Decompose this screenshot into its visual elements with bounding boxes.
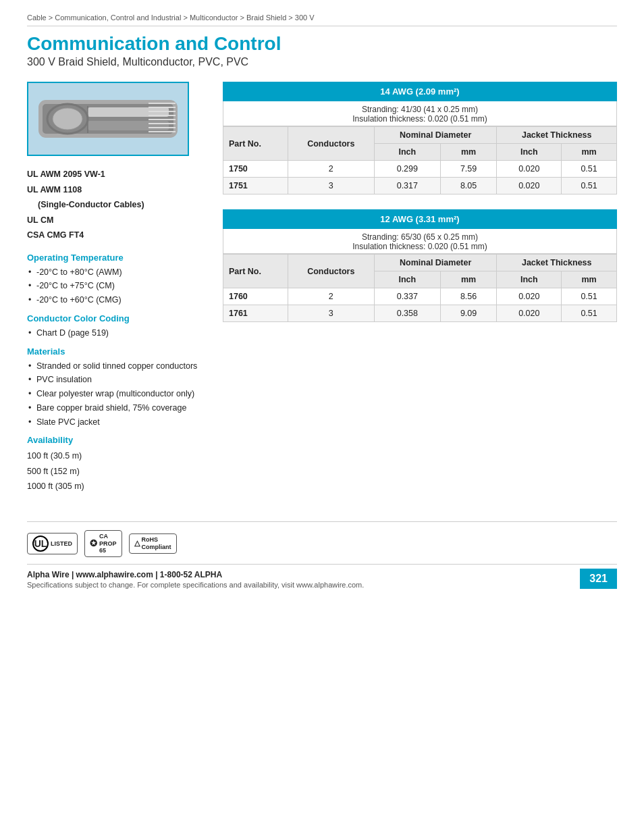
right-column: 14 AWG (2.09 mm²) Stranding: 41/30 (41 x…	[223, 82, 617, 494]
th-nom-mm: mm	[440, 271, 497, 288]
list-item: Chart D (page 519)	[27, 327, 203, 340]
th-nom-mm: mm	[440, 144, 497, 161]
operating-temp-list: -20°C to +80°C (AWM) -20°C to +75°C (CM)…	[27, 266, 203, 307]
list-item: -20°C to +80°C (AWM)	[27, 266, 203, 279]
conductor-color-title: Conductor Color Coding	[27, 313, 203, 323]
table-12awg-stranding: Stranding: 65/30 (65 x 0.25 mm) Insulati…	[223, 229, 617, 254]
svg-point-14	[53, 108, 82, 130]
page-title: Communication and Control	[27, 33, 617, 55]
th-jkt-inch: Inch	[497, 271, 562, 288]
list-item: Stranded or solid tinned copper conducto…	[27, 360, 203, 373]
availability-title: Availability	[27, 435, 203, 445]
left-column: UL AWM 2095 VW-1 UL AWM 1108 (Single-Con…	[27, 82, 203, 494]
list-item: Slate PVC jacket	[27, 416, 203, 429]
breadcrumb: Cable > Communication, Control and Indus…	[27, 14, 617, 26]
list-item: PVC insulation	[27, 373, 203, 386]
materials-title: Materials	[27, 346, 203, 357]
table-row: 1750 2 0.299 7.59 0.020 0.51	[223, 161, 617, 178]
footer-company: Alpha Wire | www.alphawire.com | 1-800-5…	[27, 570, 617, 579]
ul-listed-logo: UL LISTED	[27, 533, 78, 554]
certifications: UL AWM 2095 VW-1 UL AWM 1108 (Single-Con…	[27, 167, 203, 243]
table-14awg-header: 14 AWG (2.09 mm²)	[223, 82, 617, 101]
page-number: 321	[580, 569, 617, 589]
th-jacket-thickness: Jacket Thickness	[497, 255, 617, 271]
materials-list: Stranded or solid tinned copper conducto…	[27, 360, 203, 429]
footer-logos: UL LISTED ✪ CAPROP65 △ RoHSCompliant	[27, 521, 617, 557]
th-jkt-inch: Inch	[497, 144, 562, 161]
th-jacket-thickness: Jacket Thickness	[497, 127, 617, 144]
data-table-14awg: Part No. Conductors Nominal Diameter Jac…	[223, 126, 617, 194]
conductor-color-list: Chart D (page 519)	[27, 327, 203, 340]
table-12awg: 12 AWG (3.31 mm²) Stranding: 65/30 (65 x…	[223, 209, 617, 322]
th-jkt-mm: mm	[562, 144, 617, 161]
list-item: Bare copper braid shield, 75% coverage	[27, 402, 203, 415]
cable-image	[27, 82, 189, 156]
table-row: 1761 3 0.358 9.09 0.020 0.51	[223, 305, 617, 322]
table-row: 1751 3 0.317 8.05 0.020 0.51	[223, 178, 617, 194]
th-nominal-diameter: Nominal Diameter	[374, 255, 497, 271]
table-14awg: 14 AWG (2.09 mm²) Stranding: 41/30 (41 x…	[223, 82, 617, 194]
table-12awg-header: 12 AWG (3.31 mm²)	[223, 209, 617, 229]
operating-temp-title: Operating Temperature	[27, 253, 203, 263]
table-14awg-stranding: Stranding: 41/30 (41 x 0.25 mm) Insulati…	[223, 101, 617, 126]
th-jkt-mm: mm	[562, 271, 617, 288]
list-item: Clear polyester wrap (multiconductor onl…	[27, 388, 203, 400]
rohs-logo: △ RoHSCompliant	[129, 533, 177, 554]
footer-bar: Alpha Wire | www.alphawire.com | 1-800-5…	[27, 564, 617, 589]
availability-text: 100 ft (30.5 m) 500 ft (152 m) 1000 ft (…	[27, 448, 203, 494]
page-subtitle: 300 V Braid Shield, Multiconductor, PVC,…	[27, 56, 617, 68]
data-table-12awg: Part No. Conductors Nominal Diameter Jac…	[223, 254, 617, 322]
th-partno: Part No.	[223, 127, 288, 161]
th-conductors: Conductors	[288, 255, 374, 288]
th-nom-inch: Inch	[374, 271, 440, 288]
th-conductors: Conductors	[288, 127, 374, 161]
th-nom-inch: Inch	[374, 144, 440, 161]
csa-logo: ✪ CAPROP65	[84, 530, 122, 557]
list-item: -20°C to +60°C (CMG)	[27, 294, 203, 307]
th-nominal-diameter: Nominal Diameter	[374, 127, 497, 144]
svg-rect-3	[88, 121, 169, 130]
footer-note: Specifications subject to change. For co…	[27, 581, 617, 589]
table-row: 1760 2 0.337 8.56 0.020 0.51	[223, 288, 617, 305]
list-item: -20°C to +75°C (CM)	[27, 280, 203, 292]
th-partno: Part No.	[223, 255, 288, 288]
